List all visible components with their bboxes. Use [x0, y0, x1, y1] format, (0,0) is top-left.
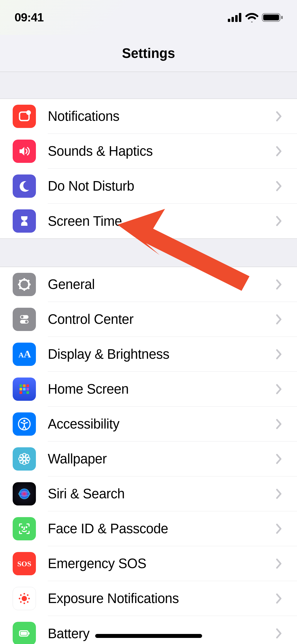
svg-text:A: A — [18, 351, 24, 359]
notifications-icon — [13, 105, 36, 128]
row-label: Do Not Disturb — [48, 178, 276, 194]
svg-rect-27 — [26, 384, 29, 387]
sounds-icon — [13, 140, 36, 163]
row-sos[interactable]: SOS Emergency SOS — [0, 546, 297, 581]
svg-point-8 — [26, 110, 31, 115]
row-dnd[interactable]: Do Not Disturb — [0, 169, 297, 204]
row-label: Control Center — [48, 311, 276, 327]
row-controlcenter[interactable]: Control Center — [0, 302, 297, 337]
page-title: Settings — [122, 45, 175, 61]
row-battery[interactable]: Battery — [0, 616, 297, 644]
wifi-icon — [245, 13, 258, 22]
svg-point-50 — [22, 596, 27, 601]
svg-rect-61 — [21, 632, 27, 635]
group-spacer — [0, 238, 297, 267]
chevron-right-icon — [276, 593, 282, 604]
row-display[interactable]: A A Display & Brightness — [0, 337, 297, 372]
row-label: Accessibility — [48, 416, 276, 432]
chevron-right-icon — [276, 419, 282, 429]
svg-rect-32 — [23, 391, 26, 394]
row-wallpaper[interactable]: Wallpaper — [0, 441, 297, 476]
row-sounds[interactable]: Sounds & Haptics — [0, 134, 297, 169]
row-homescreen[interactable]: Home Screen — [0, 372, 297, 407]
gear-icon — [13, 273, 36, 296]
flower-icon — [13, 447, 36, 471]
svg-text:A: A — [24, 348, 31, 360]
svg-rect-2 — [235, 15, 238, 22]
nav-bar: Settings — [0, 35, 297, 72]
svg-rect-31 — [20, 391, 22, 394]
svg-rect-0 — [228, 19, 230, 22]
row-label: Face ID & Passcode — [48, 521, 276, 536]
svg-point-22 — [25, 320, 28, 323]
svg-rect-5 — [263, 15, 279, 20]
row-general[interactable]: General — [0, 267, 297, 302]
svg-rect-1 — [232, 17, 234, 22]
svg-point-47 — [22, 527, 23, 528]
status-time: 09:41 — [15, 11, 44, 24]
group-spacer — [0, 72, 297, 99]
chevron-right-icon — [276, 384, 282, 394]
row-screentime[interactable]: Screen Time — [0, 204, 297, 238]
svg-rect-29 — [23, 388, 26, 390]
svg-rect-6 — [281, 16, 283, 19]
svg-point-54 — [28, 598, 30, 599]
status-bar: 09:41 — [0, 0, 297, 35]
svg-point-55 — [20, 594, 22, 596]
svg-rect-25 — [20, 384, 22, 387]
svg-point-48 — [26, 527, 27, 528]
svg-rect-3 — [239, 13, 241, 22]
row-exposure[interactable]: Exposure Notifications — [0, 581, 297, 616]
battery-icon — [13, 622, 36, 644]
row-label: Siri & Search — [48, 486, 276, 502]
text-size-icon: A A — [13, 343, 36, 366]
row-label: Battery — [48, 626, 276, 641]
moon-icon — [13, 174, 36, 198]
row-label: Display & Brightness — [48, 346, 276, 362]
hourglass-icon — [13, 209, 36, 233]
row-label: Wallpaper — [48, 451, 276, 467]
row-label: General — [48, 277, 276, 292]
row-accessibility[interactable]: Accessibility — [0, 407, 297, 441]
svg-point-56 — [27, 594, 29, 596]
row-faceid[interactable]: Face ID & Passcode — [0, 511, 297, 546]
chevron-right-icon — [276, 181, 282, 191]
svg-point-20 — [21, 316, 23, 318]
svg-rect-33 — [26, 391, 29, 394]
svg-rect-60 — [29, 632, 30, 634]
chevron-right-icon — [276, 314, 282, 325]
row-label: Sounds & Haptics — [48, 143, 276, 159]
exposure-icon — [13, 587, 36, 610]
chevron-right-icon — [276, 489, 282, 499]
svg-rect-12 — [18, 284, 21, 285]
switches-icon — [13, 308, 36, 331]
sos-icon: SOS — [13, 552, 36, 575]
svg-rect-26 — [23, 384, 26, 387]
home-indicator — [95, 634, 202, 638]
chevron-right-icon — [276, 279, 282, 290]
apps-icon — [13, 378, 36, 401]
svg-rect-30 — [26, 388, 29, 390]
row-label: Notifications — [48, 108, 276, 124]
chevron-right-icon — [276, 146, 282, 157]
row-notifications[interactable]: Notifications — [0, 99, 297, 134]
chevron-right-icon — [276, 628, 282, 639]
chevron-right-icon — [276, 111, 282, 122]
face-icon — [13, 517, 36, 540]
svg-point-18 — [22, 283, 26, 286]
status-icons — [228, 12, 283, 22]
svg-point-35 — [23, 420, 25, 422]
svg-point-45 — [19, 489, 30, 499]
row-label: Emergency SOS — [48, 556, 276, 571]
svg-point-57 — [20, 601, 22, 603]
svg-point-51 — [23, 593, 25, 595]
row-label: Exposure Notifications — [48, 591, 276, 606]
row-label: Screen Time — [48, 213, 276, 229]
chevron-right-icon — [276, 216, 282, 226]
settings-group-2: General Control Center A A Display & Bri — [0, 267, 297, 644]
row-siri[interactable]: Siri & Search — [0, 476, 297, 511]
svg-point-52 — [23, 602, 25, 604]
svg-rect-11 — [23, 288, 25, 291]
svg-point-58 — [27, 601, 29, 603]
chevron-right-icon — [276, 454, 282, 464]
